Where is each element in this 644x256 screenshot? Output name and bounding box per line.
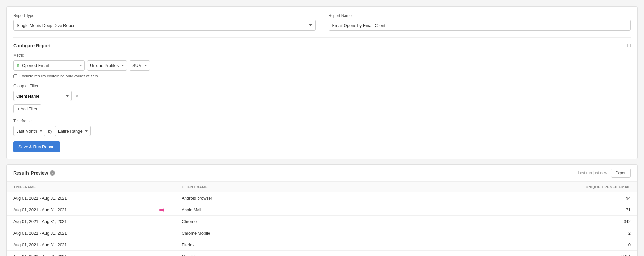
- client-name-cell: Chrome Mobile: [175, 227, 572, 239]
- timeframe-select[interactable]: Last Month: [13, 126, 45, 136]
- timeframe-cell: Aug 01, 2021 - Aug 31, 2021: [7, 251, 175, 256]
- page-wrapper: Report Type Single Metric Deep Dive Repo…: [0, 0, 644, 256]
- group-filter-select[interactable]: Client Name: [13, 91, 72, 101]
- red-arrow-icon: ➡: [159, 206, 165, 214]
- clear-filter-button[interactable]: ✕: [74, 93, 81, 99]
- report-name-input[interactable]: [329, 20, 631, 31]
- client-name-cell: Firefox: [175, 239, 572, 251]
- results-meta: Last run just now Export: [578, 169, 631, 178]
- metric-dropdown-arrow: ▾: [80, 64, 82, 67]
- unique-opened-cell: 2414: [572, 251, 637, 256]
- help-icon[interactable]: ?: [50, 170, 55, 176]
- table-container: TIMEFRAME CLIENT NAME UNIQUE OPENED EMAI…: [7, 182, 637, 256]
- unique-opened-cell: 71: [572, 204, 637, 216]
- timeframe-cell: Aug 01, 2021 - Aug 31, 2021: [7, 204, 175, 216]
- range-select[interactable]: Entire Range: [55, 126, 91, 136]
- table-row: Aug 01, 2021 - Aug 31, 2021➡Apple Mail71: [7, 204, 637, 216]
- group-filter-row: Client Name ✕: [13, 91, 631, 101]
- metric-row: ⇧ Opened Email ▾ Unique Profiles SUM: [13, 60, 631, 71]
- last-run-text: Last run just now: [578, 171, 607, 175]
- timeframe-cell: Aug 01, 2021 - Aug 31, 2021: [7, 192, 175, 204]
- timeframe-cell: Aug 01, 2021 - Aug 31, 2021: [7, 227, 175, 239]
- exclude-row: Exclude results containing only values o…: [13, 74, 631, 78]
- table-row: Aug 01, 2021 - Aug 31, 2021Android brows…: [7, 192, 637, 204]
- results-header: Results Preview ? Last run just now Expo…: [7, 165, 637, 182]
- collapse-icon[interactable]: □: [627, 43, 631, 49]
- configure-header: Configure Report □: [13, 43, 631, 49]
- client-name-cell: ➡Apple Mail: [175, 204, 572, 216]
- form-section: Report Type Single Metric Deep Dive Repo…: [6, 6, 638, 159]
- add-filter-button[interactable]: + Add Filter: [13, 104, 41, 113]
- report-type-select[interactable]: Single Metric Deep Dive Report: [13, 20, 316, 31]
- results-title-row: Results Preview ?: [13, 170, 55, 176]
- exclude-label: Exclude results containing only values o…: [19, 74, 98, 78]
- metric-label: Metric: [13, 53, 631, 58]
- timeframe-row: Last Month by Entire Range: [13, 126, 631, 136]
- timeframe-cell: Aug 01, 2021 - Aug 31, 2021: [7, 216, 175, 227]
- unique-opened-cell: 0: [572, 239, 637, 251]
- client-name-col-header: CLIENT NAME: [175, 182, 572, 192]
- client-name-cell: Chrome: [175, 216, 572, 227]
- configure-title: Configure Report: [13, 43, 51, 48]
- report-type-row: Report Type Single Metric Deep Dive Repo…: [13, 13, 631, 31]
- table-row: Aug 01, 2021 - Aug 31, 2021Gmail image p…: [7, 251, 637, 256]
- table-row: Aug 01, 2021 - Aug 31, 2021Chrome342: [7, 216, 637, 227]
- results-section: Results Preview ? Last run just now Expo…: [6, 164, 638, 256]
- table-row: Aug 01, 2021 - Aug 31, 2021Firefox0: [7, 239, 637, 251]
- client-name-cell: Gmail image proxy: [175, 251, 572, 256]
- report-type-group: Report Type Single Metric Deep Dive Repo…: [13, 13, 316, 31]
- export-button[interactable]: Export: [611, 169, 631, 178]
- unique-opened-col-header: UNIQUE OPENED EMAIL: [572, 182, 637, 192]
- report-name-group: Report Name: [329, 13, 631, 31]
- save-run-button[interactable]: Save & Run Report: [13, 141, 60, 152]
- unique-opened-cell: 342: [572, 216, 637, 227]
- group-filter-label: Group or Filter: [13, 84, 631, 88]
- aggregation-select[interactable]: SUM: [130, 60, 150, 71]
- results-table: TIMEFRAME CLIENT NAME UNIQUE OPENED EMAI…: [7, 182, 637, 256]
- metric-value: Opened Email: [22, 63, 78, 68]
- timeframe-col-header: TIMEFRAME: [7, 182, 175, 192]
- results-title: Results Preview: [13, 170, 48, 176]
- exclude-checkbox[interactable]: [13, 74, 17, 78]
- table-header-row: TIMEFRAME CLIENT NAME UNIQUE OPENED EMAI…: [7, 182, 637, 192]
- report-type-label: Report Type: [13, 13, 316, 18]
- by-label: by: [48, 129, 52, 134]
- report-name-label: Report Name: [329, 13, 631, 18]
- table-row: Aug 01, 2021 - Aug 31, 2021Chrome Mobile…: [7, 227, 637, 239]
- client-name-cell: Android browser: [175, 192, 572, 204]
- timeframe-cell: Aug 01, 2021 - Aug 31, 2021: [7, 239, 175, 251]
- timeframe-label: Timeframe: [13, 119, 631, 123]
- metric-up-icon: ⇧: [16, 63, 20, 68]
- unique-opened-cell: 2: [572, 227, 637, 239]
- configure-section: Configure Report □ Metric ⇧ Opened Email…: [13, 37, 631, 152]
- profiles-select[interactable]: Unique Profiles: [87, 60, 127, 71]
- metric-select[interactable]: ⇧ Opened Email ▾: [13, 60, 85, 71]
- unique-opened-cell: 94: [572, 192, 637, 204]
